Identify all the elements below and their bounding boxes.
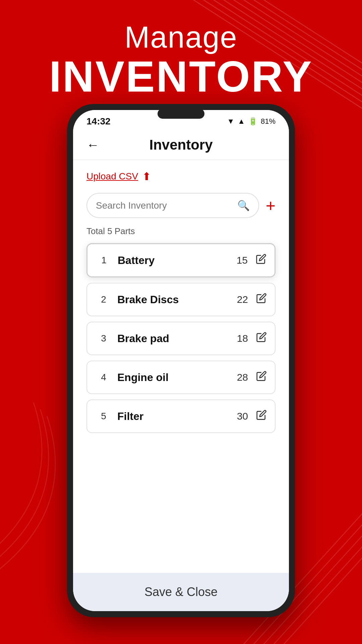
manage-label: Manage xyxy=(0,20,362,55)
item-number: 2 xyxy=(95,294,112,305)
item-quantity: 15 xyxy=(237,255,248,266)
search-icon: 🔍 xyxy=(237,200,250,211)
battery-icon: 🔋 xyxy=(248,117,257,126)
inventory-item[interactable]: 2 Brake Discs 22 xyxy=(86,283,276,316)
edit-icon[interactable] xyxy=(256,293,267,306)
footer-bar: Save & Close xyxy=(73,573,289,611)
page-title: Inventory xyxy=(149,137,213,153)
search-container: 🔍 xyxy=(86,193,259,218)
edit-icon[interactable] xyxy=(256,371,267,384)
inventory-hero-label: INVENTORY xyxy=(0,55,362,98)
add-button[interactable]: + xyxy=(266,197,276,214)
save-close-button[interactable]: Save & Close xyxy=(85,585,277,599)
edit-icon[interactable] xyxy=(256,332,267,345)
upload-section: Upload CSV ⬆ xyxy=(86,170,276,183)
inventory-item[interactable]: 3 Brake pad 18 xyxy=(86,322,276,355)
inventory-item[interactable]: 5 Filter 30 xyxy=(86,399,276,433)
item-quantity: 22 xyxy=(237,294,248,305)
item-name: Battery xyxy=(118,254,237,267)
content-area: Upload CSV ⬆ 🔍 + Total 5 Parts 1 Battery xyxy=(73,160,289,573)
edit-icon[interactable] xyxy=(256,254,266,267)
wifi-icon: ▼ xyxy=(227,117,234,126)
inventory-list: 1 Battery 15 2 Brake Discs 22 3 Brake pa xyxy=(86,243,276,433)
total-parts-label: Total 5 Parts xyxy=(86,226,276,236)
search-input[interactable] xyxy=(96,200,237,211)
inventory-item[interactable]: 1 Battery 15 xyxy=(86,243,276,277)
inventory-item[interactable]: 4 Engine oil 28 xyxy=(86,361,276,394)
item-quantity: 28 xyxy=(237,372,248,383)
phone-notch xyxy=(158,109,204,119)
item-quantity: 18 xyxy=(237,333,248,344)
edit-icon[interactable] xyxy=(256,410,267,423)
phone-frame: 14:32 ▼ ▲ 🔋 81% ← Inventory Upload CSV ⬆ xyxy=(67,104,295,617)
phone-wrapper: 14:32 ▼ ▲ 🔋 81% ← Inventory Upload CSV ⬆ xyxy=(67,104,295,617)
hero-header: Manage INVENTORY xyxy=(0,20,362,98)
item-number: 4 xyxy=(95,372,112,383)
item-name: Brake Discs xyxy=(117,293,237,306)
search-row: 🔍 + xyxy=(86,193,276,218)
item-number: 1 xyxy=(96,255,112,266)
upload-csv-link[interactable]: Upload CSV xyxy=(86,171,138,182)
phone-screen: 14:32 ▼ ▲ 🔋 81% ← Inventory Upload CSV ⬆ xyxy=(73,110,289,611)
item-name: Engine oil xyxy=(117,371,237,384)
upload-icon[interactable]: ⬆ xyxy=(142,170,151,183)
status-time: 14:32 xyxy=(86,116,111,127)
item-number: 5 xyxy=(95,411,112,422)
item-name: Filter xyxy=(117,410,237,423)
battery-pct: 81% xyxy=(261,117,276,126)
item-quantity: 30 xyxy=(237,411,248,422)
back-button[interactable]: ← xyxy=(86,138,99,152)
app-header: ← Inventory xyxy=(73,130,289,160)
status-icons: ▼ ▲ 🔋 81% xyxy=(227,117,276,126)
item-number: 3 xyxy=(95,333,112,344)
signal-icon: ▲ xyxy=(238,117,245,126)
item-name: Brake pad xyxy=(117,332,237,345)
